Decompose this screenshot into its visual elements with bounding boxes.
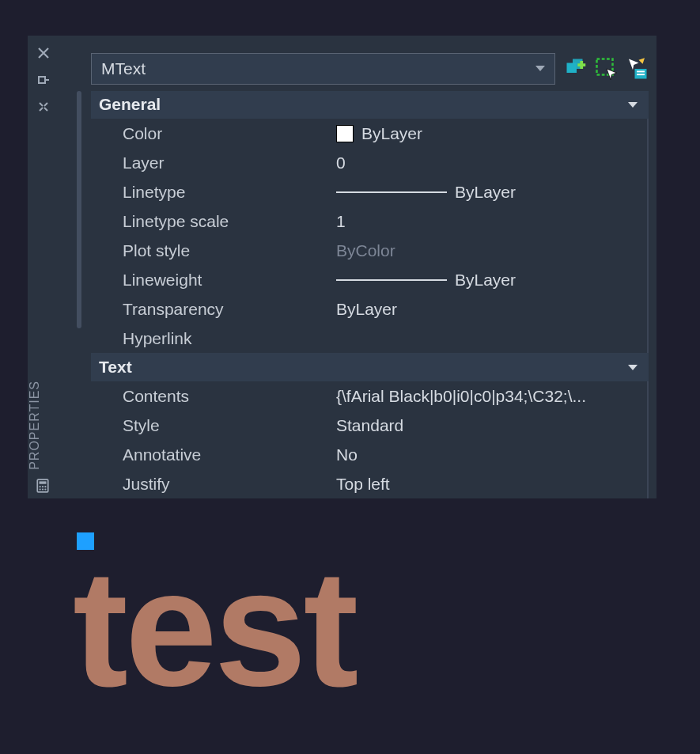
prop-value: Standard: [336, 416, 647, 435]
prop-value-text: ByLayer: [455, 183, 516, 202]
prop-row-justify[interactable]: Justify Top left: [91, 469, 649, 498]
svg-point-3: [42, 486, 44, 487]
group-title: General: [99, 95, 161, 114]
prop-value: ByLayer: [336, 271, 647, 290]
prop-row-linetype-scale[interactable]: Linetype scale 1: [91, 206, 649, 236]
prop-row-transparency[interactable]: Transparency ByLayer: [91, 294, 649, 324]
prop-label: Plot style: [91, 241, 336, 260]
select-objects-icon[interactable]: [595, 57, 619, 81]
panel-body: MText: [59, 36, 656, 498]
prop-value: ByLayer: [336, 124, 647, 143]
chevron-down-icon: [535, 66, 545, 71]
options-icon[interactable]: [36, 99, 51, 115]
prop-value-text: ByColor: [336, 241, 395, 260]
prop-label: Linetype: [91, 183, 336, 202]
prop-value: {\fArial Black|b0|i0|c0|p34;\C32;\...: [336, 387, 647, 406]
scrollbar[interactable]: [77, 91, 81, 328]
svg-point-6: [42, 488, 44, 490]
group-text-rows: Contents {\fArial Black|b0|i0|c0|p34;\C3…: [91, 381, 649, 498]
quickcalc-icon[interactable]: [36, 478, 51, 494]
prop-row-annotative[interactable]: Annotative No: [91, 440, 649, 469]
prop-value: ByLayer: [336, 183, 647, 202]
linetype-sample-icon: [336, 191, 447, 193]
prop-row-layer[interactable]: Layer 0: [91, 148, 649, 177]
prop-label: Color: [91, 124, 336, 143]
group-header-text[interactable]: Text: [91, 353, 649, 381]
prop-value: 0: [336, 153, 647, 172]
prop-row-lineweight[interactable]: Lineweight ByLayer: [91, 265, 649, 294]
color-swatch-icon: [336, 125, 354, 142]
svg-point-2: [40, 486, 41, 487]
prop-value-text: 1: [336, 212, 346, 231]
prop-value-text: 0: [336, 153, 346, 172]
prop-row-style[interactable]: Style Standard: [91, 411, 649, 440]
object-type-select[interactable]: MText: [91, 53, 555, 85]
chevron-down-icon: [628, 102, 638, 108]
prop-label: Contents: [91, 387, 336, 406]
drawing-canvas[interactable]: test: [0, 510, 700, 754]
lineweight-sample-icon: [336, 279, 447, 281]
group-general-rows: Color ByLayer Layer 0 Linetype ByLayer: [91, 119, 649, 353]
prop-row-hyperlink[interactable]: Hyperlink: [91, 324, 649, 353]
chevron-down-icon: [628, 365, 638, 370]
prop-value-text: ByLayer: [336, 300, 397, 319]
pin-icon[interactable]: [36, 72, 51, 88]
svg-point-4: [44, 486, 46, 487]
prop-row-contents[interactable]: Contents {\fArial Black|b0|i0|c0|p34;\C3…: [91, 381, 649, 411]
group-title: Text: [99, 358, 132, 377]
prop-label: Transparency: [91, 300, 336, 319]
properties-panel: PROPERTIES MText: [28, 36, 656, 498]
prop-value: 1: [336, 212, 647, 231]
prop-value: ByColor: [336, 241, 647, 260]
prop-label: Lineweight: [91, 271, 336, 290]
svg-rect-1: [40, 481, 47, 483]
svg-rect-12: [637, 70, 645, 72]
prop-label: Layer: [91, 153, 336, 172]
prop-value: ByLayer: [336, 300, 647, 319]
svg-point-5: [40, 488, 41, 490]
prop-value-text: ByLayer: [455, 271, 516, 290]
close-icon[interactable]: [36, 45, 51, 61]
prop-label: Annotative: [91, 445, 336, 464]
prop-label: Justify: [91, 475, 336, 494]
panel-side-strip: PROPERTIES: [28, 36, 59, 498]
prop-value-text: No: [336, 445, 358, 464]
object-type-value: MText: [101, 59, 146, 78]
prop-value: No: [336, 445, 647, 464]
toggle-pickadd-icon[interactable]: [565, 57, 588, 81]
prop-label: Hyperlink: [91, 329, 336, 348]
prop-row-color[interactable]: Color ByLayer: [91, 119, 649, 148]
svg-point-7: [44, 488, 46, 490]
prop-label: Style: [91, 416, 336, 435]
quick-select-icon[interactable]: [625, 57, 649, 81]
toolbar-icons: [565, 57, 649, 81]
mtext-object[interactable]: test: [73, 545, 355, 711]
prop-label: Linetype scale: [91, 212, 336, 231]
group-header-general[interactable]: General: [91, 91, 649, 119]
panel-side-icons: [36, 36, 51, 115]
prop-value: Top left: [336, 475, 647, 494]
prop-value-text: Top left: [336, 475, 390, 494]
prop-value-text: ByLayer: [361, 124, 422, 143]
prop-row-plot-style[interactable]: Plot style ByColor: [91, 236, 649, 265]
panel-toolbar: MText: [91, 51, 649, 86]
prop-value-text: {\fArial Black|b0|i0|c0|p34;\C32;\...: [336, 387, 586, 406]
svg-rect-13: [637, 74, 645, 75]
panel-title: PROPERTIES: [28, 381, 59, 470]
prop-value-text: Standard: [336, 416, 403, 435]
prop-row-linetype[interactable]: Linetype ByLayer: [91, 177, 649, 206]
